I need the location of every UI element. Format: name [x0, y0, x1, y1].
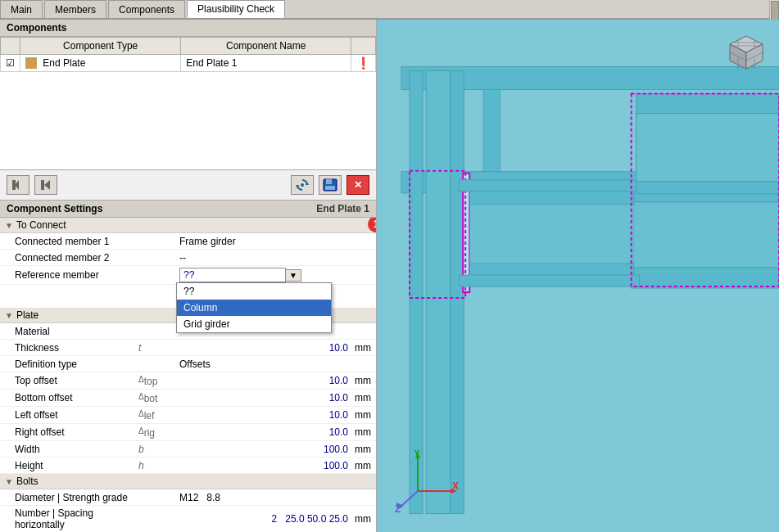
col-warn [351, 38, 376, 55]
svg-marker-27 [636, 94, 779, 114]
prop-width: Width b 100.0 mm [0, 441, 376, 458]
dropdown-item-grid-girder[interactable]: Grid girder [177, 316, 331, 332]
prop-connected-member-1: Connected member 1 Frame girder [0, 233, 376, 250]
component-list-empty [0, 72, 376, 170]
svg-rect-24 [469, 205, 633, 264]
svg-rect-22 [469, 190, 633, 205]
svg-rect-8 [326, 179, 332, 184]
col-check [1, 38, 20, 55]
tab-members[interactable]: Members [44, 0, 106, 18]
svg-text:Z: Z [395, 503, 401, 515]
component-warning-cell: ❗ [351, 55, 376, 72]
axis-indicator: X Y Z [393, 450, 459, 516]
left-panel: Components Component Type Component Name [0, 20, 377, 532]
col-component-name: Component Name [181, 38, 351, 55]
prop-bottom-offset: Bottom offset Δbot 10.0 mm [0, 390, 376, 407]
component-checkbox[interactable]: ☑ [1, 55, 20, 72]
svg-marker-3 [44, 180, 50, 190]
prop-thickness: Thickness t 10.0 mm [0, 340, 376, 356]
col-component-type: Component Type [20, 38, 181, 55]
svg-rect-15 [632, 202, 779, 268]
prop-left-offset: Left offset Δlef 10.0 mm [0, 407, 376, 424]
prop-reference-member: Reference member ▼ ?? Column Grid girder [0, 266, 376, 285]
tab-bar: Main Members Components Plausibility Che… [0, 0, 779, 20]
save-button[interactable] [319, 175, 342, 195]
svg-rect-16 [632, 268, 779, 288]
svg-rect-17 [426, 70, 451, 513]
tab-components[interactable]: Components [108, 0, 185, 18]
tab-main[interactable]: Main [0, 0, 43, 18]
delete-button[interactable]: ✕ [346, 175, 369, 195]
move-left-left-button[interactable] [7, 175, 29, 195]
prop-definition-type: Definition type Offsets [0, 356, 376, 372]
components-table: Component Type Component Name ☑ End Plat… [0, 37, 376, 72]
svg-rect-19 [451, 70, 464, 513]
settings-header: Component Settings End Plate 1 [0, 201, 376, 218]
svg-point-6 [301, 183, 304, 187]
group-bolts[interactable]: ▼ Bolts [0, 474, 376, 489]
badge-1: 1 [368, 218, 376, 232]
components-section-header: Components [0, 20, 376, 37]
group-to-connect[interactable]: ▼ To Connect 1 [0, 218, 376, 233]
svg-rect-18 [410, 70, 423, 513]
move-left-button[interactable] [34, 175, 57, 195]
prop-top-offset: Top offset Δtop 10.0 mm [0, 372, 376, 390]
svg-rect-12 [483, 90, 500, 172]
reference-member-input[interactable] [179, 268, 286, 282]
collapse-bolts-icon: ▼ [5, 477, 13, 486]
component-color-block [25, 57, 37, 69]
svg-text:Y: Y [414, 450, 420, 459]
dropdown-arrow-icon[interactable]: ▼ [286, 269, 301, 282]
dropdown-item-question[interactable]: ?? [177, 283, 331, 300]
svg-line-48 [400, 491, 418, 507]
component-type-cell: End Plate [20, 55, 181, 72]
reference-member-dropdown-container[interactable]: ▼ [179, 268, 373, 282]
prop-connected-member-2: Connected member 2 -- [0, 250, 376, 266]
collapse-to-connect-icon: ▼ [5, 221, 13, 230]
svg-rect-2 [41, 180, 44, 190]
warning-icon: ❗ [356, 56, 370, 70]
collapse-plate-icon: ▼ [5, 311, 13, 320]
cube-navigation-icon[interactable] [722, 28, 771, 77]
prop-height: Height h 100.0 mm [0, 458, 376, 474]
svg-rect-26 [459, 275, 639, 286]
main-layout: Components Component Type Component Name [0, 20, 779, 532]
dropdown-item-column[interactable]: Column [177, 300, 331, 316]
svg-marker-28 [636, 114, 779, 182]
prop-num-spacing-horiz: Number | Spacing horizontally 2 25.0 50.… [0, 506, 376, 532]
tab-plausibility-check[interactable]: Plausibility Check [187, 0, 285, 18]
prop-diameter-strength: Diameter | Strength grade M12 8.8 [0, 489, 376, 506]
right-panel-3d-view: X Y Z [377, 20, 779, 532]
toolbar-area: ✕ [0, 170, 376, 201]
svg-rect-9 [325, 186, 335, 190]
settings-content: ▼ To Connect 1 Connected member 1 Frame … [0, 218, 376, 532]
svg-rect-25 [459, 180, 639, 192]
component-row[interactable]: ☑ End Plate End Plate 1 ❗ [1, 55, 376, 72]
svg-text:X: X [452, 480, 459, 492]
component-name-cell: End Plate 1 [181, 55, 351, 72]
svg-marker-29 [636, 182, 779, 194]
3d-viewport[interactable]: X Y Z [377, 20, 779, 532]
prop-right-offset: Right offset Δrig 10.0 mm [0, 424, 376, 441]
reference-member-dropdown-popup: ?? Column Grid girder [176, 282, 332, 333]
refresh-button[interactable] [291, 175, 314, 195]
